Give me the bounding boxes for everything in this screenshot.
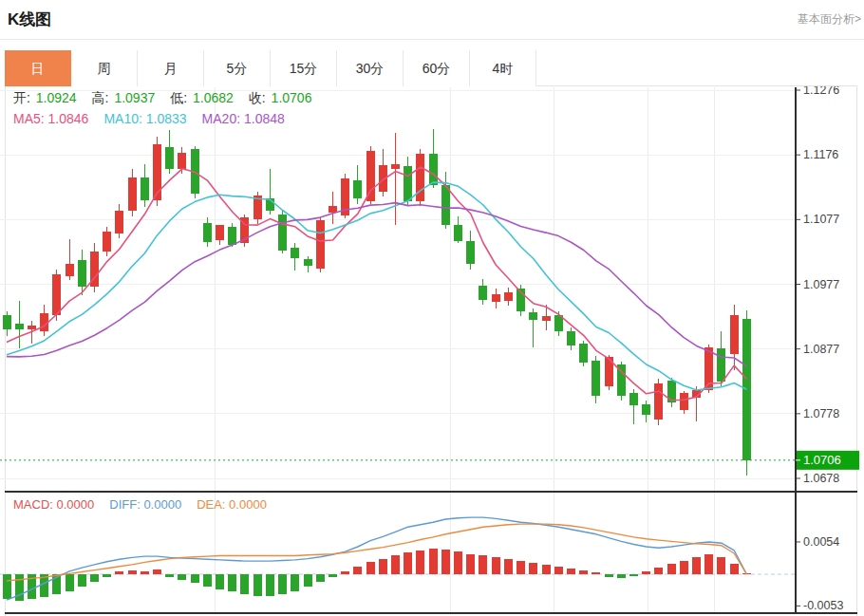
candle [504, 292, 513, 300]
candle [66, 264, 74, 277]
macd-bar [3, 574, 11, 599]
tab-15分[interactable]: 15分 [271, 50, 337, 86]
candle [165, 147, 174, 169]
macd-bar [567, 569, 575, 574]
candle [404, 166, 412, 201]
macd-bar [517, 561, 525, 574]
svg-text:1.0706: 1.0706 [803, 453, 841, 467]
tab-60分[interactable]: 60分 [404, 50, 470, 86]
tab-30分[interactable]: 30分 [337, 50, 404, 86]
macd-bar [103, 574, 111, 577]
macd-legend: MACD: 0.0000DIFF: 0.0000DEA: 0.0000 [13, 497, 282, 512]
ma-legend: MA5: 1.0846MA10: 1.0833MA20: 1.0848 [13, 111, 300, 126]
macd-bar [680, 561, 688, 574]
tab-5分[interactable]: 5分 [204, 50, 271, 86]
macd-bar [730, 564, 739, 574]
candle [278, 215, 287, 251]
macd-bar [191, 574, 199, 583]
tab-周[interactable]: 周 [71, 50, 138, 86]
candle [654, 383, 663, 420]
candle [730, 315, 739, 353]
candle [128, 177, 137, 212]
macd-bar [141, 571, 149, 574]
candle [479, 286, 487, 300]
candle [28, 326, 36, 330]
interval-tabs: 日周月5分15分30分60分4时 [5, 50, 857, 86]
macd-axis-label: 0.0054 [803, 535, 839, 549]
macd-bar [304, 574, 312, 587]
macd-bar [66, 574, 74, 591]
candle [742, 319, 751, 460]
macd-bar [579, 570, 588, 574]
ohlc-legend: 开: 1.0924高: 1.0937低: 1.0682收: 1.0706 [13, 90, 327, 107]
legend-ohlc-item: 高: 1.0937 [92, 90, 156, 105]
candle [454, 225, 462, 242]
candle [542, 316, 551, 321]
last-price-badge: 1.0706 [796, 451, 859, 470]
candle [329, 206, 337, 212]
legend-ohlc-item: 开: 1.0924 [13, 90, 77, 105]
candle [667, 381, 676, 402]
macd-bar [203, 574, 212, 587]
candle [579, 344, 588, 363]
macd-bar [429, 549, 438, 574]
macd-bar [391, 555, 400, 574]
legend-ohlc-item: 收: 1.0706 [249, 90, 312, 105]
macd-bar [692, 557, 701, 574]
macd-bar [78, 574, 86, 587]
macd-bar [466, 554, 475, 574]
candle [216, 225, 224, 240]
price-axis-label: 1.0778 [803, 407, 839, 420]
macd-bar [266, 574, 274, 596]
legend-ohlc-item: 低: 1.0682 [170, 90, 234, 105]
macd-bar [404, 552, 412, 574]
legend-macd-item: MACD: 0.0000 [13, 497, 94, 512]
macd-bar [353, 567, 362, 574]
macd-bar [605, 574, 613, 577]
diff-line [7, 517, 746, 600]
candle [291, 248, 299, 258]
macd-bar [416, 551, 424, 574]
macd-bar [504, 559, 513, 574]
macd-bar [316, 574, 325, 582]
tab-月[interactable]: 月 [138, 50, 204, 86]
candle [466, 241, 475, 264]
candle [391, 164, 400, 169]
macd-axis: 0.0054-0.0053 [796, 535, 843, 612]
legend-ma-item: MA10: 1.0833 [103, 111, 186, 126]
candle [103, 232, 111, 252]
candle [492, 294, 500, 302]
macd-bar [629, 574, 638, 576]
candle [554, 315, 563, 331]
candle [115, 211, 123, 233]
candle [304, 259, 312, 266]
candle [353, 180, 362, 198]
price-axis-label: 1.0877 [803, 343, 839, 356]
macd-bar [492, 557, 500, 574]
macd-bar [667, 564, 676, 574]
macd-bar [178, 574, 186, 580]
tab-日[interactable]: 日 [5, 50, 71, 86]
macd-bar [366, 562, 375, 574]
candle [429, 154, 438, 185]
macd-bar [254, 574, 262, 596]
candle [629, 393, 638, 405]
candle [178, 153, 186, 168]
macd-bar [90, 574, 99, 582]
candle [15, 324, 24, 328]
macd-bar [278, 574, 287, 594]
candle [366, 151, 375, 201]
legend-macd-item: DEA: 0.0000 [197, 497, 267, 512]
candle [3, 315, 11, 329]
candlestick-series [3, 129, 751, 476]
candle [416, 154, 424, 201]
candle [141, 177, 149, 201]
price-axis-label: 1.1176 [803, 148, 838, 161]
kline-app: K线图 基本面分析> 1.12761.11761.10771.09771.087… [0, 0, 864, 616]
legend-ma-item: MA20: 1.0848 [202, 111, 285, 126]
macd-bar [592, 572, 600, 574]
tab-4时[interactable]: 4时 [470, 50, 536, 86]
macd-bar [165, 574, 174, 577]
macd-bar [128, 570, 137, 574]
macd-bar [153, 569, 161, 574]
